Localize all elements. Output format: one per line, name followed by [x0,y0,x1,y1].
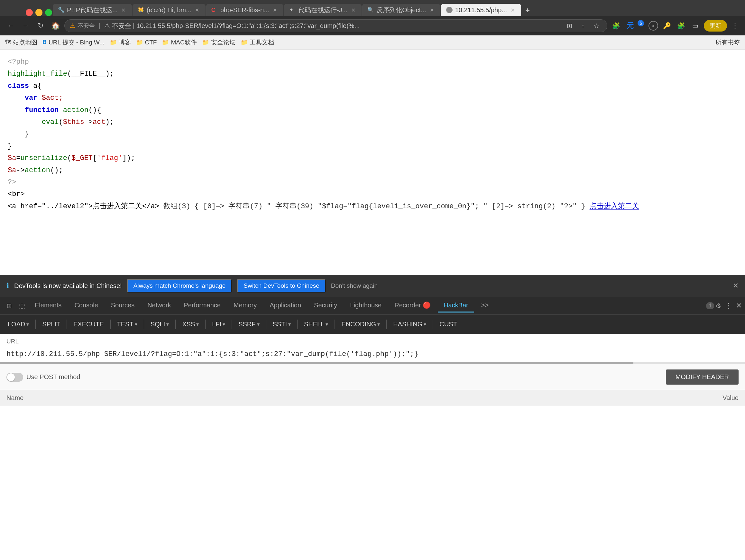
all-bookmarks-button[interactable]: 所有书签 [715,38,740,46]
hackbar-xss-button[interactable]: XSS ▾ [177,318,203,331]
hackbar-test-button[interactable]: TEST ▾ [112,318,142,331]
tab-close-5[interactable]: ✕ [429,7,435,13]
tab-close-6[interactable]: ✕ [510,7,516,13]
hackbar-load-button[interactable]: LOAD ▾ [3,318,33,331]
layout-icon[interactable]: ▭ [690,20,701,31]
result-text: 数组(3) { [0]=> 字符串(7) " 字符串(39) "$flag="f… [163,203,590,211]
hackbar-ssrf-button[interactable]: SSRF ▾ [234,318,264,331]
hackbar-sqli-button[interactable]: SQLI ▾ [146,318,174,331]
tab-close-1[interactable]: ✕ [120,7,127,13]
tabs-bar: 🔧 PHP代码在线运... ✕ 😸 (e'ω'e) Hi, bm... ✕ C … [0,0,745,16]
bookmark-tools[interactable]: 📁 工具文档 [240,38,274,46]
tab-performance[interactable]: Performance [178,299,227,312]
key-icon[interactable]: 🔑 [661,20,672,31]
toggle-switch[interactable] [6,373,23,382]
modify-header-button[interactable]: MODIFY HEADER [666,370,739,384]
bookmark-label-security: 安全论坛 [211,38,235,46]
tab-network[interactable]: Network [141,299,176,312]
shell-dropdown-icon: ▾ [326,321,328,327]
devtools-settings-icon[interactable]: ⚙ [715,302,721,310]
tab-bm[interactable]: 😸 (e'ω'e) Hi, bm... ✕ [132,4,205,16]
tab-ser-libs[interactable]: C php-SER-libs-n... ✕ [206,4,283,16]
match-language-button[interactable]: Always match Chrome's language [127,279,232,292]
tab-unserialize[interactable]: 🔍 反序列化Object... ✕ [362,4,440,16]
tab-elements[interactable]: Elements [29,299,67,312]
bookmark-security[interactable]: 📁 安全论坛 [202,38,235,46]
bookmark-star-icon[interactable]: ☆ [591,20,602,31]
devtools-more-icon[interactable]: ⋮ [722,300,735,311]
value-label: Value [722,394,739,402]
circle-icon[interactable]: ● [648,21,658,31]
hackbar-hashing-button[interactable]: HASHING ▾ [389,318,431,331]
update-button[interactable]: 更新 [704,20,727,32]
tab-close-4[interactable]: ✕ [350,7,356,13]
tab-close-2[interactable]: ✕ [194,7,200,13]
home-button[interactable]: 🏠 [50,20,61,32]
php-open-tag: <?php [8,58,29,66]
url-label: URL [6,338,739,345]
new-tab-button[interactable]: + [522,4,533,16]
tab-hackbar[interactable]: HackBar [438,299,474,312]
info-icon: ℹ [6,282,9,290]
tab-more[interactable]: >> [476,299,494,312]
tab-recorder[interactable]: Recorder 🔴 [389,299,436,312]
unserialize-func: unserialize [21,154,67,162]
url-input[interactable] [6,350,739,358]
qr-code-icon[interactable]: ⊞ [564,20,575,31]
share-icon[interactable]: ↑ [577,20,588,31]
reload-button[interactable]: ↻ [35,20,46,32]
minimize-button[interactable] [35,9,42,16]
sqli-dropdown-icon: ▾ [166,321,169,327]
forward-button[interactable]: → [20,20,32,32]
tab-memory[interactable]: Memory [228,299,262,312]
code-line-5: function action(){ [8,104,737,116]
bookmark-blog[interactable]: 📁 博客 [110,38,131,46]
bookmark-label-blog: 博客 [119,38,131,46]
hackbar-cust-button[interactable]: CUST [435,318,461,331]
level2-link[interactable]: 点击进入第二关 [590,203,639,211]
dont-show-again-button[interactable]: Don't show again [331,282,378,289]
switch-to-chinese-button[interactable]: Switch DevTools to Chinese [237,279,326,292]
lfi-dropdown-icon: ▾ [223,321,225,327]
bookmark-bing[interactable]: B URL 提交 - Bing W... [42,38,104,46]
devtools-close-icon[interactable]: ✕ [736,302,742,310]
extension-icon[interactable]: 🧩 [611,20,621,31]
tab-close-3[interactable]: ✕ [272,7,278,13]
back-button[interactable]: ← [5,20,17,32]
tab-php-code[interactable]: 🔧 PHP代码在线运... ✕ [53,4,132,16]
tab-sources[interactable]: Sources [105,299,140,312]
hackbar-encoding-button[interactable]: ENCODING ▾ [337,318,384,331]
notification-close-button[interactable]: ✕ [733,282,739,290]
folder-icon-mac: 📁 [162,39,169,46]
close-button[interactable] [26,9,33,16]
bookmark-ctf[interactable]: 📁 CTF [136,39,157,46]
tab-online-run[interactable]: ✦ 代码在线运行-J... ✕ [284,4,362,16]
hackbar-lfi-button[interactable]: LFI ▾ [207,318,230,331]
a-var: $a [8,154,16,162]
bookmark-sitemap[interactable]: 🗺 站点地图 [5,38,37,46]
tab-active[interactable]: 10.211.55.5/php... ✕ [441,4,521,16]
post-method-toggle[interactable]: Use POST method [6,373,80,382]
devtools-toggle-icon[interactable]: ⊞ [3,300,15,312]
tab-application[interactable]: Application [264,299,307,312]
hackbar-execute-button[interactable]: EXECUTE [69,318,108,331]
more-menu-button[interactable]: ⋮ [730,20,740,31]
bing-icon: B [42,39,46,46]
puzzle-icon[interactable]: 🧩 [676,20,686,31]
hackbar-shell-button[interactable]: SHELL ▾ [299,318,333,331]
tab-console[interactable]: Console [68,299,104,312]
tab-favicon-5: 🔍 [367,7,374,13]
hackbar-split-button[interactable]: SPLIT [38,318,65,331]
tab-security[interactable]: Security [308,299,343,312]
maximize-button[interactable] [45,9,52,16]
address-input[interactable]: ⚠ 不安全 | ⚠ 不安全 | 10.211.55.5/php-SER/leve… [64,19,607,32]
bookmark-mac[interactable]: 📁 MAC软件 [162,38,197,46]
tab-label-4: 代码在线运行-J... [298,6,348,14]
encoding-dropdown-icon: ▾ [377,321,380,327]
test-dropdown-icon: ▾ [135,321,137,327]
hackbar-ssti-button[interactable]: SSTI ▾ [268,318,295,331]
user-icon[interactable]: 元 [625,20,636,31]
tab-lighthouse[interactable]: Lighthouse [344,299,387,312]
url-input-container[interactable] [0,349,745,362]
devtools-inspect-icon[interactable]: ⬚ [16,300,28,312]
